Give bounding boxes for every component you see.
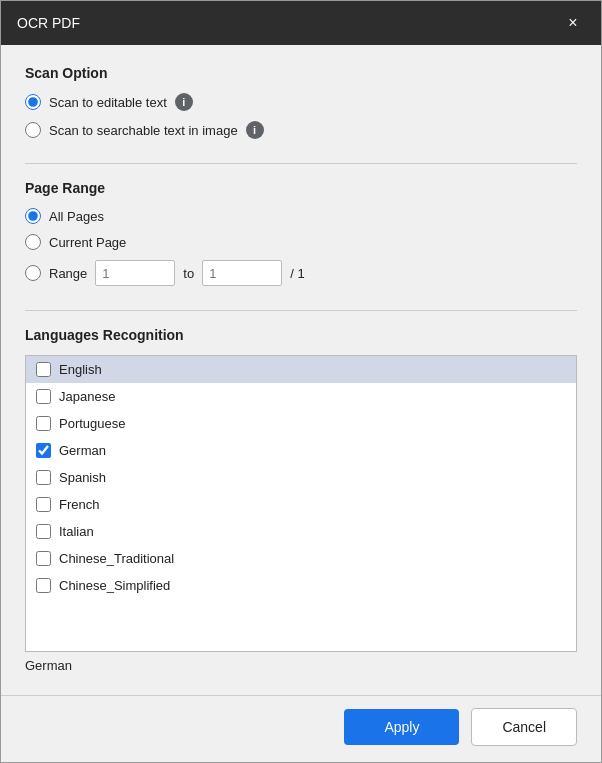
lang-checkbox[interactable] [36, 362, 51, 377]
all-pages-radio[interactable] [25, 208, 41, 224]
page-range-title: Page Range [25, 180, 577, 196]
scan-searchable-info-icon: i [246, 121, 264, 139]
lang-item[interactable]: English [26, 356, 576, 383]
all-pages-option[interactable]: All Pages [25, 208, 577, 224]
scan-option-title: Scan Option [25, 65, 577, 81]
lang-label: French [59, 497, 99, 512]
lang-checkbox[interactable] [36, 578, 51, 593]
languages-title: Languages Recognition [25, 327, 577, 343]
lang-label: German [59, 443, 106, 458]
lang-label: Italian [59, 524, 94, 539]
lang-checkbox[interactable] [36, 416, 51, 431]
lang-checkbox[interactable] [36, 443, 51, 458]
range-label: Range [49, 266, 87, 281]
range-radio[interactable] [25, 265, 41, 281]
current-page-radio[interactable] [25, 234, 41, 250]
scan-searchable-label: Scan to searchable text in image [49, 123, 238, 138]
lang-checkbox[interactable] [36, 551, 51, 566]
lang-item[interactable]: Chinese_Traditional [26, 545, 576, 572]
dialog-title: OCR PDF [17, 15, 80, 31]
lang-item[interactable]: Chinese_Simplified [26, 572, 576, 599]
lang-checkbox[interactable] [36, 389, 51, 404]
lang-item[interactable]: German [26, 437, 576, 464]
lang-item[interactable]: Spanish [26, 464, 576, 491]
scan-editable-label: Scan to editable text [49, 95, 167, 110]
cancel-button[interactable]: Cancel [471, 708, 577, 746]
range-option: Range to / 1 [25, 260, 577, 286]
range-total: / 1 [290, 266, 304, 281]
scan-editable-option[interactable]: Scan to editable text i [25, 93, 577, 111]
scan-searchable-option[interactable]: Scan to searchable text in image i [25, 121, 577, 139]
lang-item[interactable]: Japanese [26, 383, 576, 410]
lang-label: Chinese_Traditional [59, 551, 174, 566]
scan-editable-info-icon: i [175, 93, 193, 111]
close-button[interactable]: × [561, 11, 585, 35]
languages-section: Languages Recognition EnglishJapanesePor… [25, 327, 577, 675]
selected-languages-display: German [25, 652, 577, 675]
lang-label: Spanish [59, 470, 106, 485]
lang-label: Chinese_Simplified [59, 578, 170, 593]
all-pages-label: All Pages [49, 209, 104, 224]
range-from-input[interactable] [95, 260, 175, 286]
lang-label: Portuguese [59, 416, 126, 431]
dialog: OCR PDF × Scan Option Scan to editable t… [0, 0, 602, 763]
divider-1 [25, 163, 577, 164]
apply-button[interactable]: Apply [344, 709, 459, 745]
lang-label: English [59, 362, 102, 377]
range-to-input[interactable] [202, 260, 282, 286]
lang-item[interactable]: French [26, 491, 576, 518]
range-to-label: to [183, 266, 194, 281]
scan-option-section: Scan Option Scan to editable text i Scan… [25, 65, 577, 139]
page-range-section: Page Range All Pages Current Page Range … [25, 180, 577, 286]
scan-editable-radio[interactable] [25, 94, 41, 110]
current-page-option[interactable]: Current Page [25, 234, 577, 250]
scan-option-group: Scan to editable text i Scan to searchab… [25, 93, 577, 139]
scan-searchable-radio[interactable] [25, 122, 41, 138]
lang-checkbox[interactable] [36, 497, 51, 512]
languages-list[interactable]: EnglishJapanesePortugueseGermanSpanishFr… [25, 355, 577, 652]
lang-checkbox[interactable] [36, 524, 51, 539]
lang-item[interactable]: Italian [26, 518, 576, 545]
content-area: Scan Option Scan to editable text i Scan… [1, 45, 601, 695]
divider-2 [25, 310, 577, 311]
page-range-group: All Pages Current Page Range to / 1 [25, 208, 577, 286]
lang-checkbox[interactable] [36, 470, 51, 485]
lang-item[interactable]: Portuguese [26, 410, 576, 437]
footer: Apply Cancel [1, 695, 601, 762]
title-bar: OCR PDF × [1, 1, 601, 45]
current-page-label: Current Page [49, 235, 126, 250]
lang-label: Japanese [59, 389, 115, 404]
